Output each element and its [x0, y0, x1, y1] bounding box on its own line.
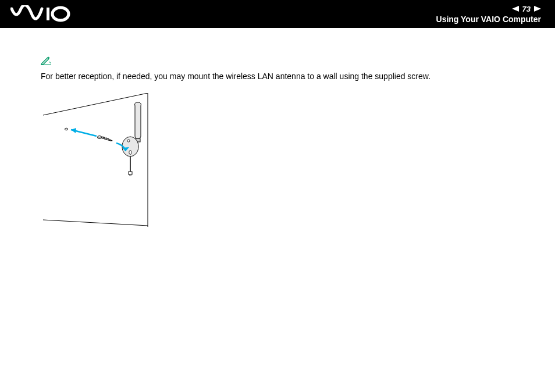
- page-number: 73: [522, 5, 531, 13]
- svg-rect-0: [47, 8, 49, 20]
- svg-point-9: [127, 139, 130, 141]
- mounting-diagram: [43, 93, 514, 235]
- wall-hole: [65, 128, 68, 130]
- svg-marker-3: [534, 6, 541, 12]
- screw: [98, 136, 113, 141]
- header-bar: 73 Using Your VAIO Computer: [0, 0, 555, 28]
- svg-line-5: [43, 93, 148, 115]
- svg-point-10: [129, 150, 131, 154]
- note-text: For better reception, if needed, you may…: [41, 71, 514, 83]
- svg-line-6: [43, 220, 148, 226]
- next-page-arrow[interactable]: [534, 6, 541, 12]
- svg-marker-2: [512, 6, 519, 12]
- svg-point-1: [52, 8, 69, 20]
- screw-direction-arrow: [71, 128, 97, 136]
- vaio-logo: [10, 0, 74, 28]
- svg-rect-12: [129, 172, 132, 174]
- antenna-body: [122, 102, 141, 176]
- header-right: 73 Using Your VAIO Computer: [436, 5, 545, 24]
- prev-page-arrow[interactable]: [512, 6, 519, 12]
- page-nav: 73: [436, 5, 541, 13]
- content-area: For better reception, if needed, you may…: [0, 28, 555, 235]
- vaio-logo-svg: [10, 5, 74, 23]
- note-icon: [41, 56, 514, 67]
- section-title: Using Your VAIO Computer: [436, 15, 541, 24]
